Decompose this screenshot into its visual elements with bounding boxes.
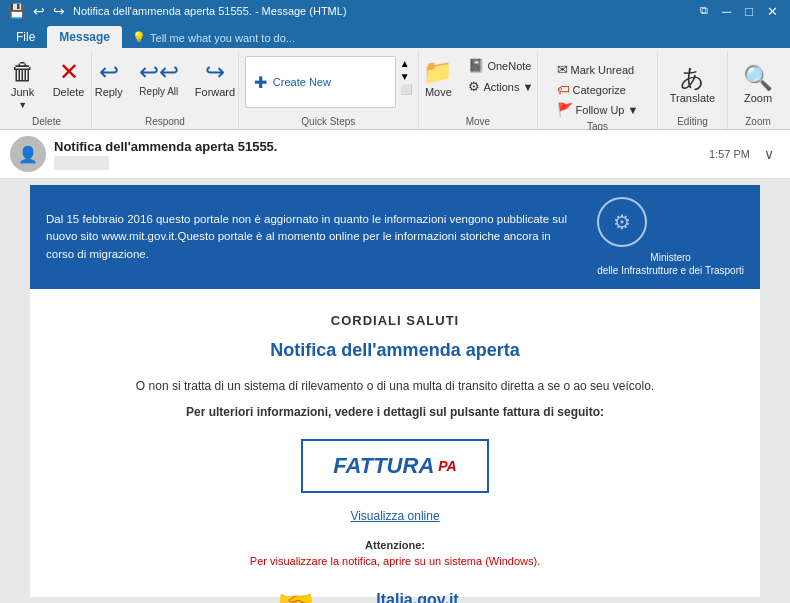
ribbon-group-delete: 🗑 Junk ▼ ✕ Delete Delete [2,52,92,129]
email-from [54,154,701,170]
email-body-container[interactable]: Dal 15 febbraio 2016 questo portale non … [0,179,790,603]
fattura-button[interactable]: FATTURAPA [301,439,488,493]
title-bar: 💾 ↩ ↪ Notifica dell'ammenda aperta 51555… [0,0,790,22]
email-greeting: CORDIALI SALUTI [70,313,720,328]
onenote-button[interactable]: 📓 OneNote [463,56,538,75]
redo-icon[interactable]: ↪ [53,3,65,19]
forward-button[interactable]: ↪ Forward [189,56,241,102]
ministry-name: Ministerodelle Infrastrutture e dei Tras… [597,251,744,277]
email-meta: Notifica dell'ammenda aperta 51555. [54,139,701,170]
editing-group-label: Editing [677,114,708,127]
follow-up-button[interactable]: 🚩 Follow Up ▼ [552,100,644,119]
gov-logo-emblem: ⚙ [597,197,647,247]
quick-steps-scroll-down[interactable]: ▼ [400,71,412,82]
forward-icon: ↪ [205,60,225,84]
mark-unread-button[interactable]: ✉ Mark Unread [552,60,644,79]
italia-name: Italia.gov.it [322,591,513,604]
email-body-text1: O non si tratta di un sistema di rilevam… [70,377,720,395]
tab-tell[interactable]: 💡 Tell me what you want to do... [122,27,305,48]
close-button[interactable]: ✕ [763,4,782,19]
email-header: 👤 Notifica dell'ammenda aperta 51555. 1:… [0,130,790,179]
reply-all-icon: ↩↩ [139,60,179,84]
follow-up-icon: 🚩 [557,102,573,117]
delete-buttons: 🗑 Junk ▼ ✕ Delete [3,56,91,114]
italia-figures-icon: 🤝 [277,587,314,603]
ribbon-group-respond: ↩ Reply ↩↩ Reply All ↪ Forward Respond [92,52,239,129]
gov-banner-text: Dal 15 febbraio 2016 questo portale non … [46,211,581,263]
ribbon-group-tags: ✉ Mark Unread 🏷 Categorize 🚩 Follow Up ▼… [538,52,658,129]
delete-icon: ✕ [59,60,79,84]
onenote-icon: 📓 [468,58,484,73]
junk-icon: 🗑 [11,60,35,84]
quick-steps-scroll-up[interactable]: ▲ [400,58,412,69]
gov-banner: Dal 15 febbraio 2016 questo portale non … [30,185,760,289]
minimize-button[interactable]: ─ [718,4,735,19]
tab-message[interactable]: Message [47,26,122,48]
attenzione-label: Attenzione: [70,539,720,551]
respond-buttons: ↩ Reply ↩↩ Reply All ↪ Forward [89,56,241,114]
ribbon-group-quicksteps: ✚ Create New ▲ ▼ ⬜ Quick Steps [239,52,419,129]
categorize-icon: 🏷 [557,82,570,97]
email-title: Notifica dell'ammenda aperta [70,340,720,361]
tab-file[interactable]: File [4,26,47,48]
translate-button[interactable]: あ Translate [664,56,721,114]
fattura-button-wrap: FATTURAPA [70,439,720,493]
title-bar-left: 💾 ↩ ↪ Notifica dell'ammenda aperta 51555… [8,3,347,19]
reply-all-button[interactable]: ↩↩ Reply All [133,56,185,101]
delete-group-label: Delete [32,114,61,127]
email-body-text2: Per ulteriori informazioni, vedere i det… [70,405,720,419]
title-text: Notifica dell'ammenda aperta 51555. - Me… [73,5,347,17]
ribbon-group-zoom: 🔍 Zoom Zoom [728,52,788,129]
email-time: 1:57 PM [709,148,750,160]
lightbulb-icon: 💡 [132,31,146,44]
move-button[interactable]: 📁 Move [417,56,459,102]
move-buttons: 📁 Move 📓 OneNote ⚙ Actions ▼ [417,56,538,114]
mark-unread-icon: ✉ [557,62,568,77]
zoom-icon: 🔍 [743,66,773,90]
junk-button[interactable]: 🗑 Junk ▼ [3,56,43,114]
fattura-text: FATTURA [333,453,434,479]
respond-group-label: Respond [145,114,185,127]
ribbon-group-editing: あ Translate Editing [658,52,728,129]
email-body: Dal 15 febbraio 2016 questo portale non … [30,185,760,597]
quick-steps-box: ✚ Create New [245,56,396,108]
actions-icon: ⚙ [468,79,480,94]
delete-button[interactable]: ✕ Delete [47,56,91,102]
zoom-button[interactable]: 🔍 Zoom [737,56,779,114]
undo-icon[interactable]: ↩ [33,3,45,19]
main-content: 👤 Notifica dell'ammenda aperta 51555. 1:… [0,130,790,603]
tags-buttons: ✉ Mark Unread 🏷 Categorize 🚩 Follow Up ▼ [552,56,644,119]
maximize-button[interactable]: □ [741,4,757,19]
ribbon-toolbar: 🗑 Junk ▼ ✕ Delete Delete ↩ Reply ↩↩ Repl… [0,48,790,130]
create-new-icon: ✚ [254,73,267,92]
move-icon: 📁 [423,60,453,84]
quick-steps-expand[interactable]: ⬜ [400,84,412,95]
expand-button[interactable]: ∨ [758,144,780,164]
title-bar-controls: ⧉ ─ □ ✕ [696,4,782,19]
visualizza-link[interactable]: Visualizza online [350,509,439,523]
fattura-pa: PA [438,458,456,474]
reply-button[interactable]: ↩ Reply [89,56,129,102]
translate-icon: あ [680,66,705,90]
gov-logo: ⚙ Ministerodelle Infrastrutture e dei Tr… [597,197,744,277]
save-icon[interactable]: 💾 [8,3,25,19]
restore-icon[interactable]: ⧉ [696,4,712,19]
italia-logo: 🤝 Italia.gov.it IL PORTALE NAZIONALE DEL… [70,587,720,603]
from-address [54,156,109,170]
zoom-group-label: Zoom [745,114,771,127]
attenzione-text: Per visualizzare la notifica, aprire su … [70,555,720,567]
categorize-button[interactable]: 🏷 Categorize [552,80,644,99]
reply-icon: ↩ [99,60,119,84]
avatar-icon: 👤 [18,145,38,164]
avatar: 👤 [10,136,46,172]
email-subject: Notifica dell'ammenda aperta 51555. [54,139,701,154]
ribbon-group-move: 📁 Move 📓 OneNote ⚙ Actions ▼ Move [419,52,538,129]
quick-steps-label: Quick Steps [301,114,355,127]
actions-button[interactable]: ⚙ Actions ▼ [463,77,538,96]
ribbon-tabs: File Message 💡 Tell me what you want to … [0,22,790,48]
move-group-label: Move [466,114,490,127]
email-content: CORDIALI SALUTI Notifica dell'ammenda ap… [30,289,760,603]
